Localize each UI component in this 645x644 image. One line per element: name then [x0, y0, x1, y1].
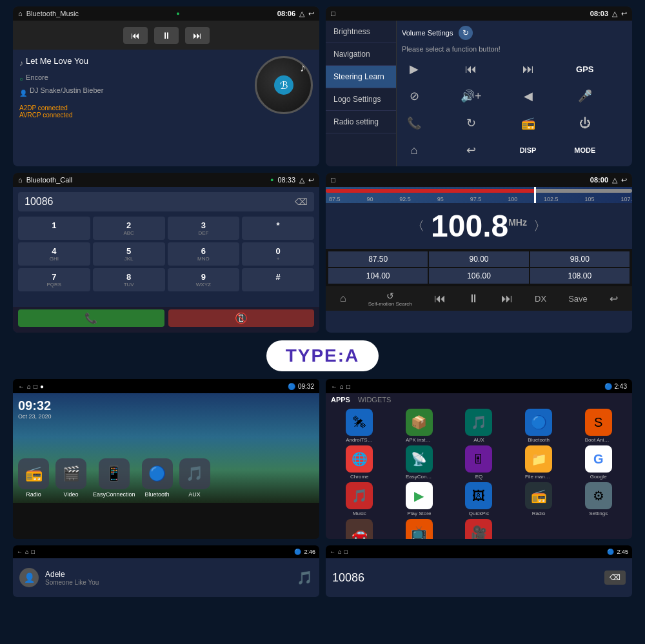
next-track-button[interactable]: ⏭: [516, 57, 541, 81]
pause-button[interactable]: ⏸: [154, 27, 179, 44]
apps-recent-icon[interactable]: □: [346, 383, 350, 390]
dx-button[interactable]: DX: [535, 294, 546, 304]
app-apk-installer[interactable]: 📦 APK installer: [391, 409, 448, 443]
mini-backspace-button[interactable]: ⌫: [604, 571, 626, 585]
key-5[interactable]: 5JKL: [93, 242, 165, 266]
mode-button[interactable]: MODE: [573, 138, 597, 162]
home-nav-button[interactable]: ⌂: [402, 138, 426, 162]
app-easyconnect-grid[interactable]: 📡 EasyConnecti...: [391, 445, 448, 480]
key-0[interactable]: 0+: [242, 242, 314, 266]
app-eq[interactable]: 🎚 EQ: [450, 445, 508, 480]
home-home-icon[interactable]: ⌂: [27, 383, 31, 390]
sidebar-item-steering-learn[interactable]: Steering Learn: [326, 66, 396, 88]
app-steering-wheel[interactable]: 🚗 Steering wheel: [331, 519, 388, 539]
app-quickpic[interactable]: 🖼 QuickPic: [450, 482, 508, 516]
radio-play-button[interactable]: ⏸: [468, 292, 479, 306]
radio-next-button[interactable]: ⏭: [501, 292, 513, 306]
tab-widgets[interactable]: WIDGETS: [358, 396, 391, 404]
gps-button[interactable]: GPS: [573, 57, 597, 81]
mute-button[interactable]: ⊘: [402, 84, 426, 108]
app-aux-grid[interactable]: 🎵 AUX: [450, 409, 508, 443]
settings-grid-icon: ⚙: [585, 482, 612, 509]
answer-call-button[interactable]: 📞: [18, 309, 164, 327]
app-play-store[interactable]: ▶ Play Store: [391, 482, 448, 516]
delete-button[interactable]: ⌫: [295, 197, 308, 207]
radio-home-button[interactable]: ⌂: [340, 293, 346, 304]
mini-call-panel: ←⌂□ 🔵 2:45 10086 ⌫: [326, 545, 632, 597]
key-4[interactable]: 4GHI: [18, 242, 90, 266]
app-file-manager[interactable]: 📁 File manager: [510, 445, 568, 480]
app-androids-gps[interactable]: 🛰 AndroiTS GPS...: [331, 409, 388, 443]
mic-button[interactable]: 🎤: [573, 84, 597, 108]
rotate-button[interactable]: ↻: [459, 111, 483, 135]
disp-button[interactable]: DISP: [516, 138, 541, 162]
preset-6[interactable]: 108.00: [530, 268, 630, 284]
app-video[interactable]: 🎬 Video: [55, 458, 86, 498]
app-easyconnection[interactable]: 📱 EasyConnection: [93, 458, 135, 498]
freq-prev-button[interactable]: 〈: [412, 217, 424, 235]
key-8[interactable]: 8TUV: [93, 268, 165, 291]
play-store-icon: ▶: [406, 482, 433, 509]
apps-back-icon[interactable]: ←: [331, 383, 337, 390]
radio-button[interactable]: 📻: [516, 111, 541, 135]
app-bluetooth-grid[interactable]: 🔵 Bluetooth: [510, 409, 568, 443]
app-radio-grid[interactable]: 📻 Radio: [510, 482, 568, 516]
back-nav-button[interactable]: ↩: [459, 138, 483, 162]
preset-4[interactable]: 104.00: [328, 268, 428, 284]
key-6[interactable]: 6MNO: [168, 242, 240, 266]
app-music[interactable]: 🎵 Music: [331, 482, 388, 516]
preset-1[interactable]: 87.50: [328, 251, 428, 267]
radio-icon: 📻: [18, 458, 49, 489]
tab-apps[interactable]: APPS: [331, 396, 350, 404]
key-7[interactable]: 7PQRS: [18, 268, 90, 291]
album-name: Encore: [26, 73, 48, 81]
sidebar-item-navigation[interactable]: Navigation: [326, 43, 396, 66]
preset-2[interactable]: 90.00: [429, 251, 528, 267]
freq-next-button[interactable]: 〉: [533, 217, 546, 235]
radio-main-freq: 〈 100.8MHz 〉: [326, 203, 632, 249]
sidebar-item-brightness[interactable]: Brightness: [326, 21, 396, 43]
call-button[interactable]: 📞: [402, 111, 426, 135]
app-bluetooth[interactable]: 🔵 Bluetooth: [142, 458, 173, 498]
apps-home-icon[interactable]: ⌂: [340, 383, 344, 390]
video-icon: 🎬: [55, 458, 86, 489]
end-call-button[interactable]: 📵: [168, 309, 315, 327]
app-tv[interactable]: 📺 TV: [391, 519, 448, 539]
self-motion-search-button[interactable]: ↺ Self-motion Search: [368, 291, 412, 307]
save-button[interactable]: Save: [568, 294, 588, 304]
app-settings-grid[interactable]: ⚙ Settings: [570, 482, 627, 516]
power-button[interactable]: ⏻: [573, 111, 597, 135]
apps-tabs: APPS WIDGETS: [326, 393, 632, 406]
preset-3[interactable]: 98.00: [530, 251, 630, 267]
radio-prev-button[interactable]: ⏮: [434, 292, 446, 306]
app-boot-animation[interactable]: S Boot Animation: [570, 409, 627, 443]
prev-track-button[interactable]: ⏮: [459, 57, 483, 81]
key-star[interactable]: *: [242, 217, 314, 240]
bt-call-panel: ⌂ Bluetooth_Call ● 08:33 △↩ 10086 ⌫ 1 2A…: [13, 173, 319, 333]
app-video-grid[interactable]: 🎥 Video: [450, 519, 508, 539]
next-button[interactable]: ⏭: [185, 27, 210, 44]
refresh-button[interactable]: ↻: [459, 26, 473, 40]
key-1[interactable]: 1: [18, 217, 90, 240]
vol-down-button[interactable]: ◀: [516, 84, 541, 108]
app-radio[interactable]: 📻 Radio: [18, 458, 49, 498]
key-hash[interactable]: #: [242, 268, 314, 291]
app-chrome[interactable]: 🌐 Chrome: [331, 445, 388, 480]
freq-slider[interactable]: [326, 189, 632, 193]
preset-5[interactable]: 106.00: [429, 268, 528, 284]
app-aux[interactable]: 🎵 AUX: [179, 458, 210, 498]
sidebar-item-radio-setting[interactable]: Radio setting: [326, 111, 396, 133]
play-button[interactable]: ▶: [402, 57, 426, 81]
mini-music-icon[interactable]: 🎵: [297, 570, 313, 585]
main-container: ⌂ Bluetooth_Music ● 08:06 △ ↩ ⏮ ⏸ ⏭ ♪ Le…: [0, 0, 645, 644]
key-2[interactable]: 2ABC: [93, 217, 165, 240]
home-recent-icon[interactable]: □: [34, 383, 37, 390]
app-google[interactable]: G Google: [570, 445, 627, 480]
key-9[interactable]: 9WXYZ: [168, 268, 240, 291]
key-3[interactable]: 3DEF: [168, 217, 240, 240]
sidebar-item-logo-settings[interactable]: Logo Settings: [326, 88, 396, 111]
vol-up-button[interactable]: 🔊+: [459, 84, 483, 108]
prev-button[interactable]: ⏮: [123, 27, 148, 44]
radio-back-button[interactable]: ↩: [610, 293, 618, 305]
current-frequency: 100.8MHz: [431, 208, 527, 244]
